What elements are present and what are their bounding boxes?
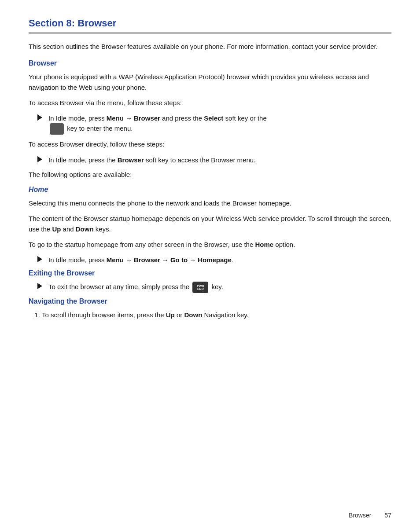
exiting-heading: Exiting the Browser: [29, 269, 391, 277]
home-and: and: [61, 225, 75, 233]
bullet1-menu: Menu: [107, 114, 124, 122]
home-bullet-goto: Go to: [170, 256, 188, 264]
page-footer: Browser 57: [349, 512, 391, 519]
bullet-browser-direct: In Idle mode, press the Browser soft key…: [37, 155, 391, 165]
bullet1-browser: Browser: [134, 114, 160, 122]
home-desc1: Selecting this menu connects the phone t…: [29, 198, 391, 208]
nav-item-1: To scroll through browser items, press t…: [42, 310, 391, 320]
nav-item1-pre: To scroll through browser items, press t…: [42, 311, 166, 319]
options-text: The following options are available:: [29, 169, 391, 180]
nav-item1-up: Up: [166, 311, 175, 319]
bullet-arrow-1: [37, 114, 42, 121]
home-bullet-menu: Menu: [107, 256, 124, 264]
bullet1-key-post: key to enter the menu.: [65, 125, 133, 132]
home-bullet-pre: In Idle mode, press: [48, 256, 107, 264]
home-bullet-a3: →: [189, 255, 196, 265]
intro-paragraph: This section outlines the Browser featur…: [29, 41, 391, 51]
bullet-home-nav-content: In Idle mode, press Menu→Browser→Go to→H…: [48, 255, 391, 265]
access-menu-text: To access Browser via the menu, follow t…: [29, 98, 391, 108]
home-heading: Home: [29, 186, 391, 194]
exit-bullet-pre: To exit the browser at any time, simply …: [48, 283, 189, 290]
nav-item1-down: Down: [184, 311, 202, 319]
bullet-arrow-3: [37, 256, 42, 262]
exit-bullet-post: key.: [211, 283, 223, 290]
home-desc2: The content of the Browser startup homep…: [29, 213, 391, 234]
home-keys: keys.: [94, 225, 111, 233]
home-bullet-end: .: [232, 256, 233, 264]
bullet1-pre: In Idle mode, press: [48, 114, 107, 122]
bullet2-pre: In Idle mode, press the: [48, 156, 118, 164]
nav-item1-post: Navigation key.: [202, 311, 249, 319]
bullet2-post: soft key to access the Browser menu.: [144, 156, 255, 164]
bullet1-select: Select: [204, 114, 223, 122]
bullet-exit-content: To exit the browser at any time, simply …: [48, 282, 391, 293]
navigating-list: To scroll through browser items, press t…: [42, 310, 391, 320]
home-bullet-browser: Browser: [134, 256, 160, 264]
section-title: Section 8: Browser: [29, 18, 391, 33]
bullet-exit: To exit the browser at any time, simply …: [37, 282, 391, 293]
bullet-menu-access: In Idle mode, press Menu→Browser and pre…: [37, 113, 391, 135]
footer-text: Browser: [349, 512, 371, 519]
bullet1-post: soft key or the: [223, 114, 266, 122]
pwr-end-key-icon: PWR END: [192, 282, 208, 293]
home-option: Home: [255, 241, 273, 248]
home-down: Down: [76, 225, 94, 233]
home-bullet-a2: →: [162, 255, 169, 265]
browser-desc: Your phone is equipped with a WAP (Wirel…: [29, 72, 391, 92]
browser-heading: Browser: [29, 59, 391, 67]
bullet-menu-access-content: In Idle mode, press Menu→Browser and pre…: [48, 113, 391, 135]
bullet-arrow-4: [37, 283, 42, 289]
home-bullet-a1: →: [125, 255, 132, 265]
bullet1-mid: and press the: [160, 114, 204, 122]
bullet-direct-content: In Idle mode, press the Browser soft key…: [48, 155, 391, 165]
access-direct-text: To access Browser directly, follow these…: [29, 139, 391, 149]
bullet2-browser: Browser: [118, 156, 144, 164]
footer-page: 57: [384, 512, 391, 519]
home-up: Up: [52, 225, 61, 233]
navigating-heading: Navigating the Browser: [29, 297, 391, 305]
home-desc3: To go to the startup homepage from any o…: [29, 239, 391, 249]
bullet1-arrow1: →: [125, 113, 132, 123]
home-bullet-homepage: Homepage: [198, 256, 232, 264]
bullet-arrow-2: [37, 156, 42, 162]
menu-key-icon: [50, 123, 64, 135]
nav-item1-mid: or: [175, 311, 184, 319]
bullet-home-nav: In Idle mode, press Menu→Browser→Go to→H…: [37, 255, 391, 265]
